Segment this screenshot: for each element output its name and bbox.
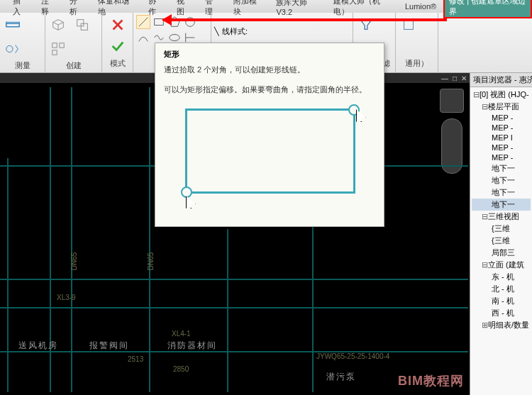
diagram-corner-bl <box>181 187 192 198</box>
tooltip-line2: 可以为矩形指定偏移。如果要弯曲角，请指定圆角的半径。 <box>164 84 375 96</box>
circle-tool-icon[interactable] <box>183 15 197 29</box>
menu-modify-active[interactable]: 修改 | 创建遮罩区域边界 <box>443 0 532 18</box>
create-copy-icon[interactable] <box>72 15 92 35</box>
watermark: BIM教程网 <box>398 372 464 389</box>
svg-rect-4 <box>52 43 57 48</box>
project-browser[interactable]: 项目浏览器 - 惠济区 ⊟[0] 视图 (HJQ- ⊟楼层平面 MEP - ME… <box>470 73 532 395</box>
menu-lumion[interactable]: Lumion® <box>398 1 443 12</box>
tooltip-rectangle: 矩形 通过拾取 2 个对角，可以创建矩形线链。 可以为矩形指定偏移。如果要弯曲角… <box>155 43 384 227</box>
arc-tool-icon[interactable] <box>136 30 150 45</box>
group-measure-label: 测量 <box>3 59 42 72</box>
browser-tree[interactable]: ⊟[0] 视图 (HJQ- ⊟楼层平面 MEP - MEP - MEP I ME… <box>470 87 532 333</box>
linestyle-icon: ╲ <box>214 27 219 36</box>
tooltip-title: 矩形 <box>164 49 375 60</box>
svg-rect-0 <box>6 23 19 27</box>
cancel-icon[interactable] <box>108 15 128 35</box>
create-box-icon[interactable] <box>48 15 68 35</box>
linestyle-label: 线样式: <box>222 26 248 37</box>
diagram-corner-tr <box>348 104 360 116</box>
svg-rect-2 <box>77 20 84 26</box>
confirm-icon[interactable] <box>108 36 128 56</box>
svg-rect-5 <box>60 43 64 48</box>
svg-rect-6 <box>52 50 57 55</box>
group-generic-label: 通用） <box>399 57 435 70</box>
group-create-label: 创建 <box>48 59 99 72</box>
tooltip-diagram <box>185 109 355 194</box>
svg-rect-3 <box>81 23 87 30</box>
svg-point-1 <box>6 45 13 52</box>
svg-point-9 <box>170 35 179 41</box>
tree-item-selected: 地下一 <box>472 199 531 211</box>
svg-rect-10 <box>404 21 414 30</box>
menu-bar: 插入 注释 分析 体量和场地 协作 视图 管理 附加模块 族库大师V3.2 建模… <box>0 0 532 13</box>
dimension-icon[interactable] <box>3 39 23 59</box>
browser-title: 项目浏览器 - 惠济区 <box>470 73 532 87</box>
measure-icon[interactable] <box>3 15 23 35</box>
create-grid-icon[interactable] <box>48 39 68 59</box>
annotation-arrow <box>163 18 447 21</box>
group-mode-label: 模式 <box>105 57 130 70</box>
line-tool-icon[interactable] <box>136 15 150 29</box>
tooltip-line1: 通过拾取 2 个对角，可以创建矩形线链。 <box>164 64 375 77</box>
